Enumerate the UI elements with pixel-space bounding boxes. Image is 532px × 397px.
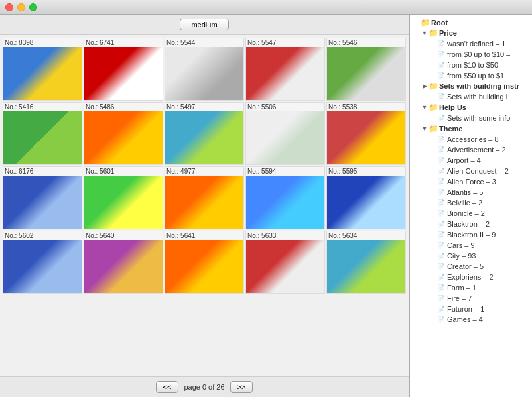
grid-item-label: No.: 5416 [3,103,82,111]
grid-item-label: No.: 6176 [3,167,82,176]
tree-item[interactable]: 📄from $0 up to $10 – [410,49,532,60]
grid-item[interactable]: No.: 5595 [326,166,406,229]
grid-item[interactable]: No.: 6741 [84,38,163,101]
grid-item[interactable]: No.: 5546 [326,38,406,101]
grid-item[interactable]: No.: 5538 [326,102,406,165]
tree-arrow-icon: ▼ [421,103,429,111]
grid-item-image [3,176,82,229]
grid-item-label: No.: 5602 [3,231,82,240]
tree-item[interactable]: ▼📁Help Us [410,102,532,113]
tree-item[interactable]: 📄Accessories – 8 [410,134,532,144]
doc-icon: 📄 [436,113,446,123]
grid-item[interactable]: No.: 4977 [165,166,244,229]
tree-item[interactable]: 📄Bionicle – 2 [410,208,532,219]
grid-item-label: No.: 5601 [84,167,163,176]
tree-label: Games – 4 [447,315,483,323]
tree-item[interactable]: 📄wasn't defined – 1 [410,38,532,49]
zoom-button[interactable] [29,3,37,11]
tree-item[interactable]: 📄Cars – 9 [410,240,532,251]
grid-item[interactable]: No.: 8398 [3,38,82,101]
grid-item[interactable]: No.: 5601 [84,166,163,229]
grid-item[interactable]: No.: 6176 [3,166,82,229]
size-button[interactable]: medium [180,19,228,30]
grid-item[interactable]: No.: 5602 [3,231,82,294]
tree-item[interactable]: 📄Sets with some info [410,113,532,123]
grid-item-image [246,240,324,293]
doc-icon: 📄 [436,198,446,207]
tree-label: Alien Conquest – 2 [447,167,509,175]
grid-item-label: No.: 6741 [84,38,163,47]
tree-item[interactable]: 📄Games – 4 [410,314,532,325]
tree-label: from $10 to $50 – [447,61,504,69]
tree-item[interactable]: 📄Exploriens – 2 [410,272,532,282]
tree-arrow-placeholder [429,220,436,228]
grid-item[interactable]: No.: 5640 [84,231,163,294]
tree-item[interactable]: 📄Futuron – 1 [410,304,532,314]
grid-item-image [3,240,82,293]
grid-item-image [246,47,324,100]
doc-icon: 📄 [436,219,446,229]
tree-item[interactable]: 📄Atlantis – 5 [410,187,532,198]
tree-item[interactable]: 📄City – 93 [410,251,532,261]
tree-item[interactable]: 📄Blacktron – 2 [410,219,532,229]
close-button[interactable] [5,3,13,11]
tree-item[interactable]: ▼📁Theme [410,123,532,134]
tree-item[interactable]: 📄Alien Force – 3 [410,176,532,187]
doc-icon: 📄 [436,262,446,271]
tree-item[interactable]: 📄from $50 up to $1 [410,70,532,81]
tree-label: Price [439,29,457,37]
grid-item[interactable]: No.: 5506 [245,102,325,165]
tree-label: Root [431,19,448,27]
doc-icon: 📄 [436,50,446,59]
tree-arrow-placeholder [429,40,436,48]
next-button[interactable]: >> [230,381,253,393]
tree-arrow-icon: ▼ [421,29,429,37]
grid-item-label: No.: 5486 [84,103,163,111]
tree-label: Advertisement – 2 [447,146,506,154]
minimize-button[interactable] [17,3,25,11]
doc-icon: 📄 [436,241,446,250]
grid-item-label: No.: 8398 [3,38,82,47]
tree-item[interactable]: 📄Alien Conquest – 2 [410,166,532,176]
tree-item[interactable]: 📄Creator – 5 [410,261,532,272]
tree-item[interactable]: 📄Fire – 7 [410,293,532,304]
tree-arrow-placeholder [429,50,436,58]
tree-item[interactable]: 📄Sets with building i [410,91,532,102]
grid-item-image [84,240,163,293]
tree-label: wasn't defined – 1 [447,40,505,48]
grid-item-label: No.: 5633 [246,231,324,240]
tree-item[interactable]: 📄Belville – 2 [410,198,532,208]
grid-item[interactable]: No.: 5641 [165,231,244,294]
grid-item-image [84,47,163,100]
page-info: page 0 of 26 [184,383,224,391]
doc-icon: 📄 [436,209,446,218]
grid-item[interactable]: No.: 5633 [245,231,325,294]
grid-item[interactable]: No.: 5416 [3,102,82,165]
tree-label: Sets with building instr [439,82,519,90]
tree-arrow-placeholder [429,135,436,143]
titlebar [0,0,532,15]
tree-label: Alien Force – 3 [447,178,496,186]
tree-item[interactable]: 📄Airport – 4 [410,155,532,166]
doc-icon: 📄 [436,39,446,48]
tree-item[interactable]: 📁Root [410,17,532,28]
grid-item[interactable]: No.: 5594 [245,166,325,229]
tree-item[interactable]: 📄Farm – 1 [410,282,532,293]
grid-item[interactable]: No.: 5486 [84,102,163,165]
prev-button[interactable]: << [156,381,179,393]
grid-item[interactable]: No.: 5497 [165,102,244,165]
tree-label: Farm – 1 [447,284,476,292]
grid-item[interactable]: No.: 5547 [245,38,325,101]
doc-icon: 📄 [436,135,446,144]
grid-item[interactable]: No.: 5634 [326,231,406,294]
tree-item[interactable]: 📄Blacktron II – 9 [410,229,532,240]
tree-item[interactable]: 📄Advertisement – 2 [410,144,532,155]
doc-icon: 📄 [436,272,446,282]
grid-item[interactable]: No.: 5544 [165,38,244,101]
tree-item[interactable]: ▼📁Price [410,28,532,38]
grid-item-label: No.: 4977 [165,167,243,176]
tree-item[interactable]: ▶📁Sets with building instr [410,81,532,91]
pagination: << page 0 of 26 >> [0,376,409,397]
tree-item[interactable]: 📄from $10 to $50 – [410,60,532,70]
doc-icon: 📄 [436,60,446,70]
